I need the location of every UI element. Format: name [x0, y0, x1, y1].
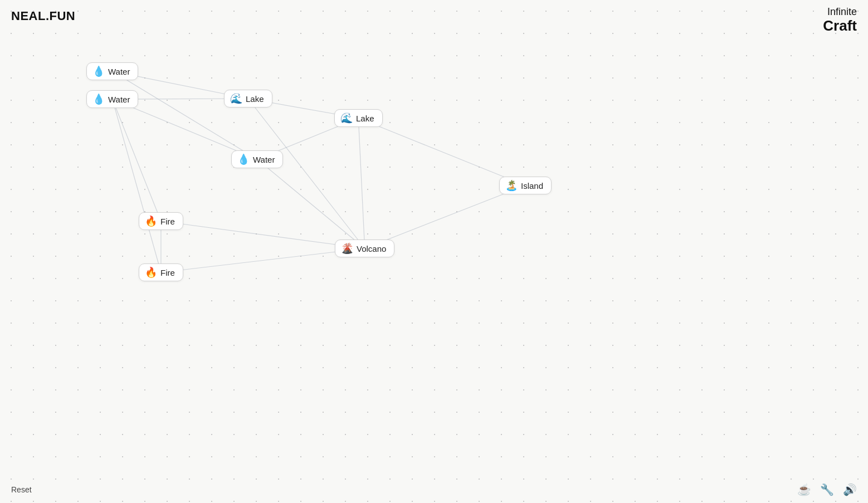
- element-card-fire1[interactable]: 🔥Fire: [139, 212, 183, 230]
- svg-line-15: [161, 248, 365, 272]
- element-label: Water: [108, 95, 130, 104]
- element-card-island[interactable]: 🏝️Island: [499, 177, 552, 194]
- logo: NEAL.FUN: [11, 9, 75, 23]
- bottom-icons: ☕ 🔧 🔊: [797, 483, 857, 496]
- reset-button[interactable]: Reset: [11, 485, 32, 494]
- svg-line-10: [358, 118, 364, 248]
- element-emoji: 💧: [92, 66, 105, 76]
- element-card-water1[interactable]: 💧Water: [86, 62, 138, 80]
- element-emoji: 💧: [92, 94, 105, 104]
- element-label: Volcano: [357, 244, 386, 253]
- brand: Infinite Craft: [823, 7, 857, 33]
- svg-line-1: [113, 71, 257, 159]
- brand-infinite: Infinite: [823, 7, 857, 18]
- bottom-bar: Reset ☕ 🔧 🔊: [0, 476, 868, 503]
- svg-line-9: [257, 159, 365, 248]
- element-label: Water: [253, 155, 275, 164]
- svg-line-4: [113, 99, 161, 221]
- svg-line-14: [161, 221, 365, 248]
- element-label: Lake: [246, 94, 264, 104]
- brand-craft: Craft: [823, 18, 857, 34]
- element-emoji: 🏝️: [505, 180, 518, 191]
- element-emoji: 💧: [237, 154, 250, 164]
- sound-icon[interactable]: 🔊: [843, 483, 857, 496]
- element-label: Island: [521, 181, 543, 191]
- element-emoji: 🔥: [145, 216, 157, 226]
- element-card-lake2[interactable]: 🌊Lake: [334, 109, 383, 127]
- element-card-volcano[interactable]: 🌋Volcano: [335, 240, 394, 257]
- wrench-icon[interactable]: 🔧: [820, 483, 834, 496]
- coffee-icon[interactable]: ☕: [797, 483, 811, 496]
- element-label: Lake: [356, 114, 374, 123]
- element-emoji: 🌋: [341, 243, 353, 253]
- element-label: Water: [108, 67, 130, 76]
- element-emoji: 🌊: [230, 94, 242, 104]
- element-card-water3[interactable]: 💧Water: [231, 150, 283, 168]
- element-card-fire2[interactable]: 🔥Fire: [139, 263, 183, 281]
- svg-line-11: [358, 118, 525, 185]
- element-card-lake1[interactable]: 🌊Lake: [224, 90, 272, 108]
- element-label: Fire: [160, 217, 175, 226]
- element-emoji: 🌊: [340, 113, 353, 123]
- element-label: Fire: [160, 268, 175, 277]
- element-card-water2[interactable]: 💧Water: [86, 90, 138, 108]
- element-emoji: 🔥: [145, 267, 157, 277]
- svg-line-5: [113, 99, 161, 272]
